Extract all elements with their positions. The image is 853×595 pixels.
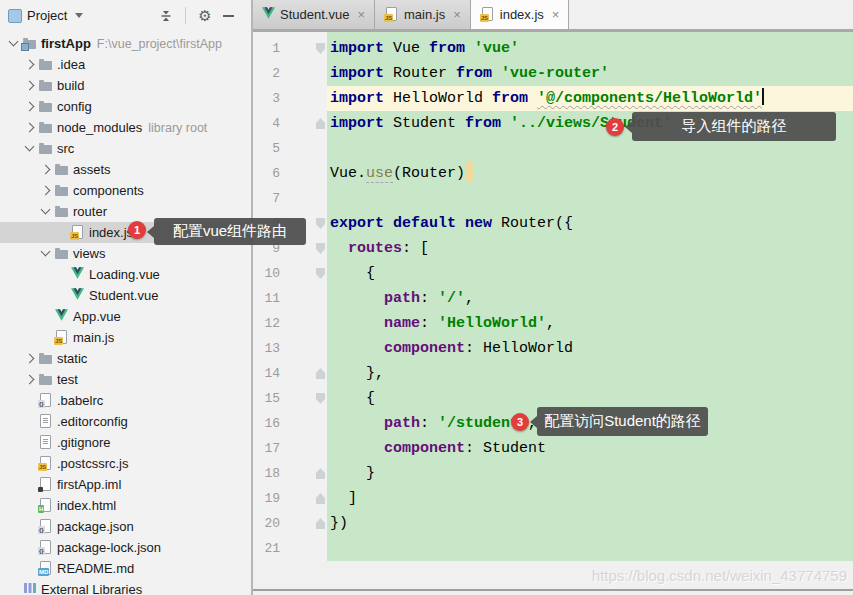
tree-item-icon-box [37,477,54,493]
code-text[interactable]: { [327,261,853,286]
code-text[interactable]: component: Student [327,436,853,461]
chevron-shape [41,247,51,257]
file-doc-shape [40,435,51,449]
chevron-collapsed-icon[interactable] [22,82,37,89]
code-text[interactable]: Vue.use(Router) [327,161,853,186]
chevron-expanded-icon[interactable] [38,210,53,213]
code-text[interactable]: import HelloWorld from '@/components/Hel… [327,86,853,111]
tree-item-package-lock-json[interactable]: {}package-lock.json [0,537,251,558]
code-text[interactable]: import Vue from 'vue' [327,36,853,61]
tree-item-src[interactable]: src [0,138,251,159]
hide-panel-icon[interactable] [219,7,237,25]
json-file-icon: {} [38,519,53,534]
fold-start-icon[interactable] [316,218,325,229]
editor-bottom-edge [253,589,853,591]
code-token: component [384,440,465,457]
tree-item-firstapp[interactable]: firstAppF:\vue_project\firstApp [0,33,251,54]
tree-item-views[interactable]: views [0,243,251,264]
code-text[interactable] [327,536,853,561]
code-token: component [384,340,465,357]
tab-close-icon[interactable]: × [357,8,365,21]
code-text[interactable]: ] [327,486,853,511]
code-text[interactable]: export default new Router({ [327,211,853,236]
code-text[interactable] [327,136,853,161]
code-token: HelloWorld [384,90,492,107]
tree-item-loading-vue[interactable]: Loading.vue [0,264,251,285]
folder-icon [55,166,68,175]
code-line: 2import Router from 'vue-router' [253,61,853,86]
tree-item-router[interactable]: router [0,201,251,222]
tree-item-index-html[interactable]: Hindex.html [0,495,251,516]
fold-end-icon[interactable] [316,368,325,379]
fold-end-icon[interactable] [316,493,325,504]
code-text[interactable]: } [327,461,853,486]
tab-close-icon[interactable]: × [552,8,560,21]
fold-start-icon[interactable] [316,243,325,254]
tree-item--postcssrc-js[interactable]: JS.postcssrc.js [0,453,251,474]
tree-item-assets[interactable]: assets [0,159,251,180]
tree-item-app-vue[interactable]: App.vue [0,306,251,327]
settings-icon[interactable]: ⚙ [196,7,214,25]
fold-end-icon[interactable] [316,468,325,479]
tree-item-icon-box: H [37,498,54,514]
code-text[interactable]: }) [327,511,853,536]
code-text[interactable]: routes: [ [327,236,853,261]
chevron-collapsed-icon[interactable] [22,103,37,110]
tree-item-external-libraries[interactable]: External Libraries [0,579,251,595]
chevron-collapsed-icon[interactable] [22,124,37,131]
tree-item-main-js[interactable]: JSmain.js [0,327,251,348]
fold-end-icon[interactable] [316,518,325,529]
code-text[interactable]: component: HelloWorld [327,336,853,361]
tree-item-build[interactable]: build [0,75,251,96]
tree-item-components[interactable]: components [0,180,251,201]
chevron-collapsed-icon[interactable] [22,376,37,383]
chevron-collapsed-icon[interactable] [38,166,53,173]
code-text[interactable]: import Student from '../views/Student' [327,111,853,136]
chevron-collapsed-icon[interactable] [22,61,37,68]
tree-item-label: build [57,78,84,93]
fold-start-icon[interactable] [316,393,325,404]
tree-item-static[interactable]: static [0,348,251,369]
tree-item-readme-md[interactable]: MDREADME.md [0,558,251,579]
tab-index-js[interactable]: JSindex.js× [471,0,570,29]
fold-end-icon[interactable] [316,118,325,129]
chevron-collapsed-icon[interactable] [22,355,37,362]
fold-start-icon[interactable] [316,268,325,279]
tree-item-firstapp-iml[interactable]: firstApp.iml [0,474,251,495]
fold-start-icon[interactable] [316,43,325,54]
tree-item--editorconfig[interactable]: .editorconfig [0,411,251,432]
tab-student-vue[interactable]: Student.vue× [253,0,375,29]
tree-item-package-json[interactable]: {}package.json [0,516,251,537]
tree-item-test[interactable]: test [0,369,251,390]
chevron-expanded-icon[interactable] [6,42,21,45]
json-file-icon: {} [38,540,53,555]
code-token [330,340,384,357]
code-text[interactable] [327,186,853,211]
file-badge: JS [70,232,79,240]
tab-main-js[interactable]: JSmain.js× [375,0,471,29]
code-text[interactable]: }, [327,361,853,386]
tree-item-index-js[interactable]: JSindex.js [0,222,251,243]
file-badge [38,487,43,492]
code-text[interactable]: name: 'HelloWorld', [327,311,853,336]
tree-item-label: node_modules [57,120,142,135]
code-token: (Router) [393,165,465,182]
code-text[interactable]: { [327,386,853,411]
tree-item--gitignore[interactable]: .gitignore [0,432,251,453]
chevron-down-icon[interactable] [75,13,83,18]
tree-item-student-vue[interactable]: Student.vue [0,285,251,306]
line-number: 1 [253,36,280,61]
tree-item--idea[interactable]: .idea [0,54,251,75]
tab-close-icon[interactable]: × [453,8,461,21]
code-text[interactable]: path: '/', [327,286,853,311]
chevron-collapsed-icon[interactable] [38,187,53,194]
tree-item-config[interactable]: config [0,96,251,117]
tree-item--babelrc[interactable]: {}.babelrc [0,390,251,411]
code-text[interactable]: path: '/student', [327,411,853,436]
collapse-all-icon[interactable] [157,7,175,25]
code-text[interactable]: import Router from 'vue-router' [327,61,853,86]
chevron-expanded-icon[interactable] [38,252,53,255]
vue-icon [55,309,68,324]
chevron-expanded-icon[interactable] [22,147,37,150]
tree-item-node-modules[interactable]: node_moduleslibrary root [0,117,251,138]
